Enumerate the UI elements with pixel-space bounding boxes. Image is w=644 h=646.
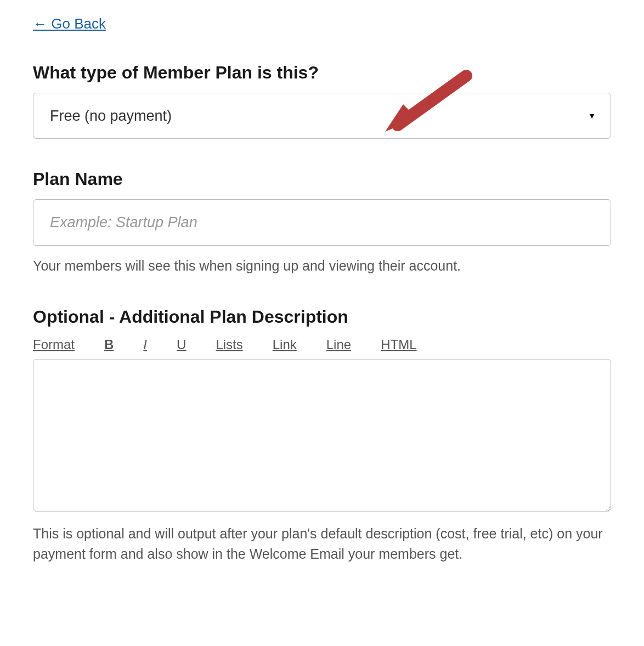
toolbar-html-button[interactable]: HTML bbox=[381, 337, 416, 352]
plan-type-select-wrapper: Free (no payment) ▼ bbox=[33, 93, 611, 139]
go-back-link[interactable]: ← Go Back bbox=[33, 15, 106, 32]
plan-name-help-text: Your members will see this when signing … bbox=[33, 256, 611, 277]
plan-type-heading: What type of Member Plan is this? bbox=[33, 63, 611, 83]
toolbar-bold-button[interactable]: B bbox=[104, 337, 114, 352]
description-textarea[interactable] bbox=[33, 359, 611, 512]
plan-name-heading: Plan Name bbox=[33, 169, 611, 189]
toolbar-link-button[interactable]: Link bbox=[273, 337, 297, 352]
toolbar-line-button[interactable]: Line bbox=[326, 337, 351, 352]
description-heading: Optional - Additional Plan Description bbox=[33, 307, 611, 327]
toolbar-lists-button[interactable]: Lists bbox=[216, 337, 242, 352]
toolbar-format-button[interactable]: Format bbox=[33, 337, 75, 352]
description-help-text: This is optional and will output after y… bbox=[33, 524, 611, 565]
toolbar-italic-button[interactable]: I bbox=[143, 337, 147, 352]
toolbar-underline-button[interactable]: U bbox=[177, 337, 186, 352]
plan-name-input[interactable] bbox=[33, 199, 611, 246]
editor-toolbar: Format B I U Lists Link Line HTML bbox=[33, 337, 611, 352]
plan-type-select[interactable]: Free (no payment) bbox=[33, 93, 611, 139]
